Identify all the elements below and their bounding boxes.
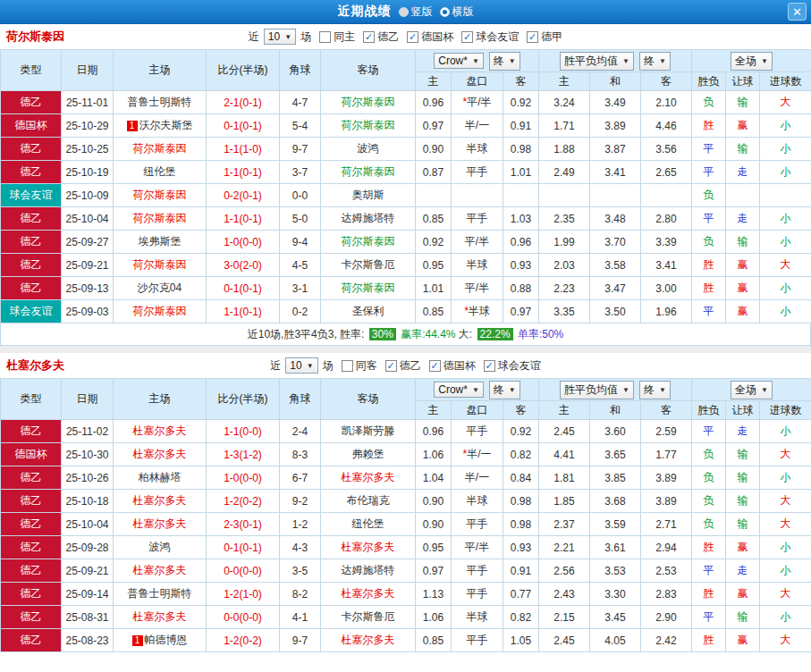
odds-company-select[interactable]: Crow*▼ — [434, 382, 484, 398]
odds-company-select[interactable]: Crow*▼ — [434, 53, 484, 69]
scope-select[interactable]: 全场▼ — [731, 381, 773, 399]
home-team[interactable]: 杜塞尔多夫 — [114, 420, 207, 443]
away-team[interactable]: 荷尔斯泰因 — [321, 231, 416, 254]
avg-select[interactable]: 胜平负均值▼ — [560, 381, 634, 399]
away-team[interactable]: 荷尔斯泰因 — [321, 114, 416, 138]
home-team[interactable]: 杜塞尔多夫 — [114, 513, 207, 536]
match-count-select[interactable]: 10▼ — [264, 29, 296, 45]
away-team[interactable]: 纽伦堡 — [321, 513, 416, 536]
team1-name: 荷尔斯泰因 — [6, 29, 64, 45]
match-count-select[interactable]: 10▼ — [285, 357, 317, 374]
home-team[interactable]: 杜塞尔多夫 — [114, 606, 207, 629]
home-team[interactable]: 1帕德博恩 — [114, 629, 207, 652]
avg-away: 2.53 — [641, 559, 692, 583]
section-divider — [0, 346, 811, 353]
match-type-badge: 德乙 — [1, 254, 62, 277]
home-team[interactable]: 杜塞尔多夫 — [114, 443, 207, 466]
filter-checkbox-德国杯[interactable]: ✓德国杯 — [407, 29, 453, 45]
home-team[interactable]: 埃弗斯堡 — [114, 231, 207, 254]
home-team[interactable]: 1沃尔夫斯堡 — [114, 114, 207, 138]
checkbox-unchecked-icon[interactable] — [319, 31, 331, 43]
away-team[interactable]: 布伦瑞克 — [321, 490, 416, 513]
away-team[interactable]: 杜塞尔多夫 — [321, 583, 416, 606]
home-team[interactable]: 荷尔斯泰因 — [114, 254, 207, 277]
match-type-badge: 德乙 — [1, 138, 62, 161]
home-team[interactable]: 柏林赫塔 — [114, 466, 207, 490]
odds-final-select[interactable]: 终▼ — [489, 52, 520, 71]
odds-away: 0.77 — [503, 583, 539, 606]
close-button[interactable]: ✕ — [788, 3, 807, 21]
team-section-1: 荷尔斯泰因 近 10▼ 场 同主✓德乙✓德国杯✓球会友谊✓德甲 类型 日期 主场… — [0, 24, 811, 346]
match-type-badge: 球会友谊 — [1, 300, 62, 323]
checkbox-checked-icon[interactable]: ✓ — [527, 31, 538, 43]
home-team[interactable]: 杜塞尔多夫 — [114, 559, 207, 583]
away-team-name: 奥胡斯 — [352, 189, 384, 201]
match-date: 25-10-04 — [62, 207, 114, 231]
avg-final-select[interactable]: 终▼ — [639, 52, 671, 71]
checkbox-unchecked-icon[interactable] — [342, 360, 353, 372]
avg-select[interactable]: 胜平负均值▼ — [560, 52, 634, 71]
filter-checkbox-德国杯[interactable]: ✓德国杯 — [429, 358, 476, 374]
checkbox-checked-icon[interactable]: ✓ — [363, 31, 375, 43]
away-team[interactable]: 凯泽斯劳滕 — [321, 420, 416, 443]
scope-select[interactable]: 全场▼ — [731, 52, 773, 71]
checkbox-checked-icon[interactable]: ✓ — [407, 31, 418, 43]
away-team[interactable]: 卡尔斯鲁厄 — [321, 254, 416, 277]
corner-count: 6-7 — [280, 466, 321, 490]
corner-count: 4-3 — [280, 536, 321, 559]
home-team-name: 帕德博恩 — [145, 634, 188, 646]
home-team[interactable]: 沙尔克04 — [114, 277, 207, 300]
away-team[interactable]: 荷尔斯泰因 — [321, 91, 416, 114]
away-team[interactable]: 杜塞尔多夫 — [321, 629, 416, 652]
away-team[interactable]: 杜塞尔多夫 — [321, 466, 416, 490]
odds-away: 0.92 — [503, 91, 539, 114]
filter-checkbox-德甲[interactable]: ✓德甲 — [527, 29, 562, 45]
checkbox-checked-icon[interactable]: ✓ — [429, 360, 441, 372]
goals-result-cell: 小 — [760, 277, 811, 300]
away-team[interactable]: 圣保利 — [321, 300, 416, 323]
layout-option-vertical[interactable]: 竖版 — [399, 4, 433, 20]
away-team-name: 杜塞尔多夫 — [342, 587, 395, 600]
odds-final-select[interactable]: 终▼ — [489, 381, 520, 399]
home-team[interactable]: 波鸿 — [114, 536, 207, 559]
filter-checkbox-德乙[interactable]: ✓德乙 — [363, 29, 399, 45]
checkbox-checked-icon[interactable]: ✓ — [484, 360, 495, 372]
away-team[interactable]: 波鸿 — [321, 138, 416, 161]
avg-final-select[interactable]: 终▼ — [639, 381, 671, 399]
filter-checkbox-球会友谊[interactable]: ✓球会友谊 — [484, 358, 541, 374]
home-team[interactable]: 普鲁士明斯特 — [114, 91, 207, 114]
filter-checkbox-同客[interactable]: 同客 — [342, 358, 377, 374]
radio-selected-icon[interactable] — [440, 7, 450, 17]
filter-checkbox-德乙[interactable]: ✓德乙 — [385, 358, 421, 374]
away-team[interactable]: 达姆施塔特 — [321, 207, 416, 231]
avg-home: 3.24 — [539, 91, 590, 114]
team1-filters: 近 10▼ 场 同主✓德乙✓德国杯✓球会友谊✓德甲 — [0, 29, 811, 45]
away-team[interactable]: 弗赖堡 — [321, 443, 416, 466]
odds-away: 0.82 — [503, 606, 539, 629]
radio-unselected-icon[interactable] — [399, 7, 409, 17]
home-team[interactable]: 荷尔斯泰因 — [114, 138, 207, 161]
filter-checkbox-同主[interactable]: 同主 — [319, 29, 355, 45]
away-team[interactable]: 卡尔斯鲁厄 — [321, 606, 416, 629]
avg-final-value: 终 — [644, 382, 655, 398]
home-team[interactable]: 荷尔斯泰因 — [114, 184, 207, 207]
away-team[interactable]: 杜塞尔多夫 — [321, 536, 416, 559]
home-team[interactable]: 荷尔斯泰因 — [114, 300, 207, 323]
away-team[interactable]: 奥胡斯 — [321, 184, 416, 207]
filter-checkbox-球会友谊[interactable]: ✓球会友谊 — [461, 29, 519, 45]
layout-option-horizontal[interactable]: 横版 — [440, 4, 474, 20]
match-type-badge: 德乙 — [1, 420, 62, 443]
home-team[interactable]: 杜塞尔多夫 — [114, 490, 207, 513]
match-date: 25-08-31 — [62, 606, 114, 629]
away-team[interactable]: 荷尔斯泰因 — [321, 277, 416, 300]
away-team[interactable]: 荷尔斯泰因 — [321, 161, 416, 184]
checkbox-checked-icon[interactable]: ✓ — [461, 31, 473, 43]
home-team[interactable]: 荷尔斯泰因 — [114, 207, 207, 231]
checkbox-checked-icon[interactable]: ✓ — [385, 360, 397, 372]
match-date: 25-10-25 — [62, 138, 114, 161]
home-team[interactable]: 纽伦堡 — [114, 161, 207, 184]
home-team[interactable]: 普鲁士明斯特 — [114, 583, 207, 606]
avg-away: 2.90 — [641, 606, 692, 629]
away-team[interactable]: 达姆施塔特 — [321, 559, 416, 583]
avg-draw: 3.65 — [590, 443, 641, 466]
